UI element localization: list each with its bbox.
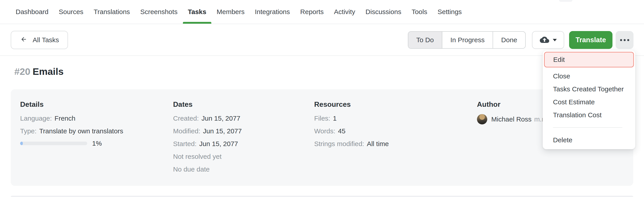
menu-item-cost-estimate[interactable]: Cost Estimate — [543, 96, 635, 109]
language-value: French — [54, 115, 75, 122]
modified-label: Modified: — [173, 127, 200, 135]
nav-tab-settings[interactable]: Settings — [438, 0, 462, 24]
started-row: Started:Jun 15, 2077 — [173, 140, 312, 148]
type-label: Type: — [20, 127, 36, 135]
nav-tab-reports[interactable]: Reports — [300, 0, 324, 24]
files-label: Files: — [314, 115, 330, 122]
all-tasks-label: All Tasks — [33, 36, 59, 44]
nav-tab-activity[interactable]: Activity — [334, 0, 355, 24]
language-row: Language:French — [20, 114, 166, 123]
upload-cloud-icon — [539, 35, 550, 45]
next-card-fragment — [11, 196, 633, 197]
task-summary-card: Details Language:French Type:Translate b… — [11, 89, 633, 186]
status-tab-in-progress[interactable]: In Progress — [442, 32, 493, 48]
resources-section: Resources Files:1 Words:45 Strings modif… — [314, 100, 453, 152]
left-arrow-icon — [20, 36, 28, 44]
type-value: Translate by own translators — [39, 127, 123, 135]
menu-item-translation-cost[interactable]: Translation Cost — [543, 109, 635, 122]
menu-item-edit[interactable]: Edit — [544, 52, 634, 67]
started-value: Jun 15, 2077 — [199, 140, 238, 147]
nav-tab-dashboard[interactable]: Dashboard — [16, 0, 48, 24]
type-row: Type:Translate by own translators — [20, 127, 166, 135]
menu-item-close[interactable]: Close — [543, 70, 635, 83]
words-row: Words:45 — [314, 127, 453, 135]
caret-down-icon — [553, 39, 557, 41]
language-label: Language: — [20, 115, 52, 122]
files-value: 1 — [333, 115, 337, 122]
words-value: 45 — [338, 127, 345, 135]
modified-row: Modified:Jun 15, 2077 — [173, 127, 312, 135]
resources-heading: Resources — [314, 100, 453, 109]
details-heading: Details — [20, 100, 166, 109]
nav-tab-translations[interactable]: Translations — [94, 0, 130, 24]
strings-modified-label: Strings modified: — [314, 140, 364, 147]
progress-row: 1% — [20, 140, 166, 147]
created-value: Jun 15, 2077 — [202, 115, 240, 122]
nav-tab-screenshots[interactable]: Screenshots — [140, 0, 178, 24]
more-actions-menu: Edit Close Tasks Created Together Cost E… — [543, 50, 635, 149]
more-actions-button[interactable] — [616, 31, 634, 49]
task-details-page: Dashboard Sources Translations Screensho… — [0, 0, 644, 197]
dates-section: Dates Created:Jun 15, 2077 Modified:Jun … — [173, 100, 312, 178]
task-id: #20 — [14, 66, 30, 77]
menu-divider — [553, 127, 622, 128]
translate-button[interactable]: Translate — [569, 31, 612, 49]
scrolled-element-fragment — [559, 0, 572, 2]
menu-item-tasks-created-together[interactable]: Tasks Created Together — [543, 83, 635, 96]
nav-tab-members[interactable]: Members — [217, 0, 245, 24]
dates-heading: Dates — [173, 100, 312, 109]
nav-tab-integrations[interactable]: Integrations — [255, 0, 290, 24]
progress-bar-fill — [20, 142, 23, 145]
project-nav: Dashboard Sources Translations Screensho… — [0, 0, 644, 24]
task-title: Emails — [33, 66, 64, 77]
upload-translations-dropdown-button[interactable] — [532, 31, 564, 49]
toolbar-actions: To Do In Progress Done Translate — [408, 31, 634, 49]
status-filter: To Do In Progress Done — [408, 31, 526, 49]
modified-value: Jun 15, 2077 — [203, 127, 242, 135]
menu-item-delete[interactable]: Delete — [543, 134, 635, 147]
progress-bar — [20, 142, 87, 145]
resolved-note: Not resolved yet — [173, 152, 312, 161]
ellipsis-icon — [620, 39, 629, 41]
status-tab-done[interactable]: Done — [493, 32, 525, 48]
created-row: Created:Jun 15, 2077 — [173, 114, 312, 123]
progress-percent: 1% — [92, 140, 102, 147]
files-row: Files:1 — [314, 114, 453, 123]
due-date-note: No due date — [173, 165, 312, 174]
started-label: Started: — [173, 140, 196, 147]
words-label: Words: — [314, 127, 335, 135]
author-avatar — [477, 114, 487, 124]
nav-tab-tasks[interactable]: Tasks — [188, 0, 206, 24]
strings-modified-value: All time — [367, 140, 389, 147]
nav-tab-sources[interactable]: Sources — [59, 0, 84, 24]
nav-tab-discussions[interactable]: Discussions — [366, 0, 402, 24]
strings-modified-row: Strings modified:All time — [314, 140, 453, 148]
page-title: #20Emails — [14, 66, 64, 77]
created-label: Created: — [173, 115, 199, 122]
nav-tab-tools[interactable]: Tools — [412, 0, 427, 24]
author-name: Michael Ross — [491, 115, 532, 123]
details-section: Details Language:French Type:Translate b… — [20, 100, 166, 147]
status-tab-todo[interactable]: To Do — [408, 32, 442, 48]
all-tasks-back-button[interactable]: All Tasks — [11, 31, 68, 49]
